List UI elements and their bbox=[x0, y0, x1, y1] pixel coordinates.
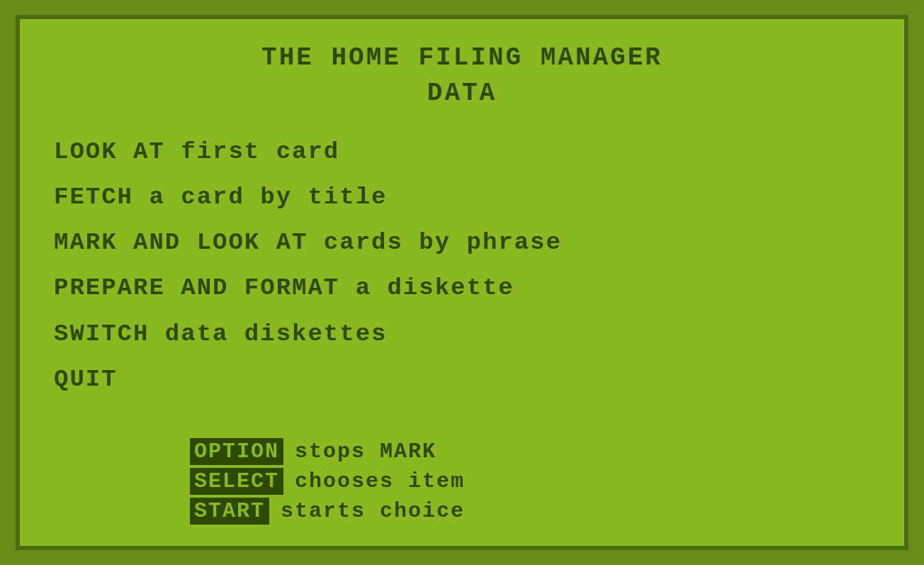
menu-item-switch-data-diskettes[interactable]: SWITCH data diskettes bbox=[48, 314, 876, 354]
menu-item-prepare-and-format[interactable]: PREPARE AND FORMAT a diskette bbox=[48, 268, 876, 308]
footer-row-option: OPTIONstops MARK bbox=[190, 438, 876, 465]
menu-item-mark-and-look-at[interactable]: MARK AND LOOK AT cards by phrase bbox=[48, 223, 876, 262]
screen: THE HOME FILING MANAGER DATA LOOK AT fir… bbox=[16, 15, 908, 550]
title-line1: THE HOME FILING MANAGER bbox=[48, 40, 876, 76]
title-section: THE HOME FILING MANAGER DATA bbox=[48, 40, 876, 112]
footer-row-select: SELECTchooses item bbox=[190, 468, 876, 495]
footer-desc-select: chooses item bbox=[295, 469, 465, 493]
footer-key-start: START bbox=[190, 498, 269, 525]
menu-item-look-at-first-card[interactable]: LOOK AT first card bbox=[48, 132, 876, 172]
footer-desc-option: stops MARK bbox=[295, 440, 436, 464]
menu-item-fetch-card-by-title[interactable]: FETCH a card by title bbox=[48, 177, 876, 217]
footer-key-option: OPTION bbox=[190, 438, 283, 465]
footer-row-start: STARTstarts choice bbox=[190, 498, 876, 525]
title-line2: DATA bbox=[48, 76, 876, 111]
menu-item-quit[interactable]: QUIT bbox=[48, 359, 876, 399]
footer-desc-start: starts choice bbox=[281, 499, 465, 523]
footer-key-select: SELECT bbox=[190, 468, 283, 495]
menu-section: LOOK AT first cardFETCH a card by titleM… bbox=[48, 132, 876, 424]
footer-section: OPTIONstops MARKSELECTchooses itemSTARTs… bbox=[48, 424, 876, 525]
